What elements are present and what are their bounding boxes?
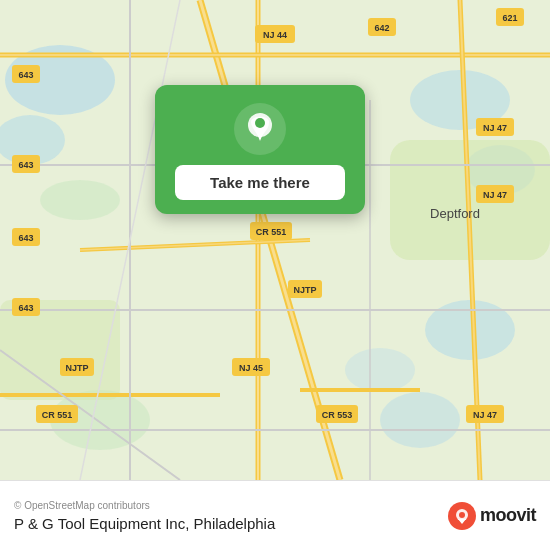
svg-text:NJ 44: NJ 44 <box>263 30 287 40</box>
svg-text:NJTP: NJTP <box>293 285 316 295</box>
footer-info: © OpenStreetMap contributors P & G Tool … <box>14 500 275 532</box>
map-view: NJ 44 642 621 643 640 643 NJ 47 NJ 47 CR… <box>0 0 550 480</box>
svg-text:621: 621 <box>502 13 517 23</box>
svg-point-73 <box>459 512 465 518</box>
svg-text:643: 643 <box>18 233 33 243</box>
footer-bar: © OpenStreetMap contributors P & G Tool … <box>0 480 550 550</box>
moovit-logo: moovit <box>448 502 536 530</box>
svg-text:643: 643 <box>18 70 33 80</box>
svg-text:NJ 47: NJ 47 <box>483 190 507 200</box>
svg-text:NJ 47: NJ 47 <box>473 410 497 420</box>
svg-text:Deptford: Deptford <box>430 206 480 221</box>
moovit-wordmark: moovit <box>480 505 536 526</box>
location-popup: Take me there <box>155 85 365 214</box>
svg-text:CR 553: CR 553 <box>322 410 353 420</box>
svg-text:642: 642 <box>374 23 389 33</box>
svg-text:NJTP: NJTP <box>65 363 88 373</box>
svg-point-9 <box>345 348 415 392</box>
take-me-there-button[interactable]: Take me there <box>175 165 345 200</box>
svg-text:643: 643 <box>18 303 33 313</box>
svg-point-3 <box>40 180 120 220</box>
svg-point-69 <box>255 118 265 128</box>
svg-text:643: 643 <box>18 160 33 170</box>
svg-point-7 <box>380 392 460 448</box>
svg-text:NJ 45: NJ 45 <box>239 363 263 373</box>
svg-text:CR 551: CR 551 <box>256 227 287 237</box>
location-pin-icon <box>234 103 286 155</box>
place-name-label: P & G Tool Equipment Inc, Philadelphia <box>14 515 275 532</box>
svg-text:CR 551: CR 551 <box>42 410 73 420</box>
moovit-brand-icon <box>448 502 476 530</box>
map-attribution: © OpenStreetMap contributors <box>14 500 275 511</box>
svg-text:NJ 47: NJ 47 <box>483 123 507 133</box>
